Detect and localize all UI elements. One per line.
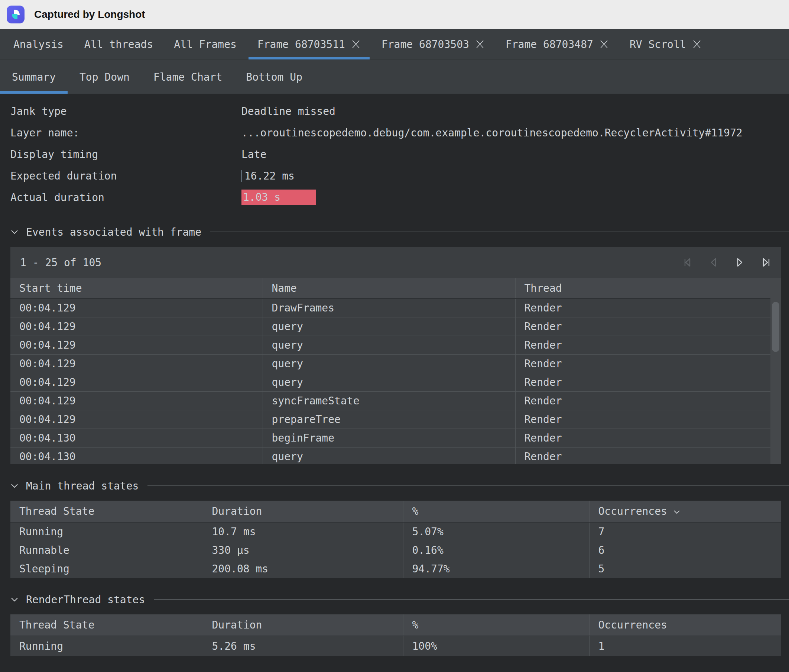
table-row[interactable]: 00:04.129 query Render: [10, 317, 770, 336]
render-thread-states-panel: Thread State Duration % Occurrences Runn…: [10, 614, 781, 656]
cell-start-time: 00:04.129: [10, 373, 263, 391]
layer-name-value: ...oroutinescopedemo.debug/com.example.c…: [241, 127, 743, 139]
section-rule: [147, 485, 789, 486]
column-header-occurrences[interactable]: Occurrences: [589, 501, 781, 522]
column-header-thread-state[interactable]: Thread State: [10, 501, 203, 522]
cell-occurrences: 6: [589, 541, 781, 559]
cell-thread: Render: [515, 447, 770, 464]
table-row[interactable]: 00:04.129 query Render: [10, 354, 770, 373]
column-header-name[interactable]: Name: [263, 278, 515, 298]
section-rule: [154, 599, 789, 600]
table-row[interactable]: Sleeping 200.08 ms 94.77% 5: [10, 559, 781, 578]
cell-thread-state: Running: [10, 522, 203, 541]
analysis-tab-bar: Analysis All threads All Frames Frame 68…: [0, 29, 789, 59]
expected-duration-label: Expected duration: [10, 170, 241, 182]
tab-frame-68703487[interactable]: Frame 68703487: [495, 29, 619, 59]
last-page-icon[interactable]: [760, 257, 771, 268]
table-row[interactable]: 00:04.130 query Render: [10, 447, 770, 464]
first-page-icon[interactable]: [682, 257, 693, 268]
cell-start-time: 00:04.129: [10, 336, 263, 354]
table-row[interactable]: 00:04.129 DrawFrames Render: [10, 298, 770, 317]
events-section-header[interactable]: Events associated with frame: [10, 224, 789, 239]
cell-duration: 10.7 ms: [203, 522, 403, 541]
tab-label: Frame 68703503: [382, 38, 469, 51]
cell-name: query: [263, 373, 515, 391]
cell-duration: 5.26 ms: [203, 636, 403, 656]
table-row[interactable]: 00:04.129 query Render: [10, 336, 770, 354]
column-header-percent[interactable]: %: [403, 501, 589, 522]
tab-top-down[interactable]: Top Down: [68, 60, 142, 94]
jank-type-label: Jank type: [10, 105, 241, 117]
actual-duration-label: Actual duration: [10, 191, 241, 204]
table-row[interactable]: 00:04.130 beginFrame Render: [10, 429, 770, 447]
cell-start-time: 00:04.129: [10, 410, 263, 429]
scrollbar-thumb[interactable]: [772, 302, 779, 352]
table-row[interactable]: 00:04.129 query Render: [10, 373, 770, 391]
chevron-down-icon[interactable]: [10, 483, 19, 489]
cell-name: syncFrameState: [263, 391, 515, 410]
tab-analysis[interactable]: Analysis: [3, 29, 74, 59]
frame-summary: Jank type Deadline missed Layer name: ..…: [0, 94, 789, 210]
cell-name: query: [263, 317, 515, 336]
tab-frame-68703503[interactable]: Frame 68703503: [371, 29, 495, 59]
table-row[interactable]: Running 10.7 ms 5.07% 7: [10, 522, 781, 541]
vertical-scrollbar[interactable]: [770, 278, 781, 464]
chevron-down-icon[interactable]: [10, 597, 19, 603]
column-header-thread[interactable]: Thread: [515, 278, 770, 298]
table-row[interactable]: Runnable 330 µs 0.16% 6: [10, 541, 781, 559]
close-icon[interactable]: [692, 39, 702, 49]
next-page-icon[interactable]: [734, 257, 745, 268]
tab-label: All Frames: [174, 38, 236, 51]
main-thread-states-header[interactable]: Main thread states: [10, 478, 789, 493]
summary-row-actual-duration: Actual duration 1.03 s: [10, 187, 789, 208]
tab-summary[interactable]: Summary: [0, 60, 68, 94]
close-icon[interactable]: [599, 39, 609, 49]
display-timing-value: Late: [241, 148, 266, 160]
table-row[interactable]: 00:04.129 prepareTree Render: [10, 410, 770, 429]
render-thread-states-header[interactable]: RenderThread states: [10, 592, 789, 607]
column-header-thread-state[interactable]: Thread State: [10, 614, 203, 636]
tab-flame-chart[interactable]: Flame Chart: [142, 60, 234, 94]
previous-page-icon[interactable]: [708, 257, 719, 268]
cell-thread: Render: [515, 298, 770, 317]
column-header-occurrences[interactable]: Occurrences: [589, 614, 781, 636]
cell-start-time: 00:04.129: [10, 354, 263, 373]
cell-occurrences: 1: [589, 636, 781, 656]
cell-thread: Render: [515, 373, 770, 391]
cell-name: query: [263, 447, 515, 464]
subtab-label: Top Down: [80, 71, 129, 83]
column-header-duration[interactable]: Duration: [203, 501, 403, 522]
tab-rv-scroll[interactable]: RV Scroll: [619, 29, 712, 59]
tab-label: All threads: [84, 38, 153, 51]
sort-chevron-down-icon: [673, 505, 680, 517]
chevron-down-icon[interactable]: [10, 229, 19, 235]
states-header-row: Thread State Duration % Occurrences: [10, 614, 781, 636]
tab-all-frames[interactable]: All Frames: [163, 29, 247, 59]
table-row[interactable]: Running 5.26 ms 100% 1: [10, 636, 781, 656]
cell-name: prepareTree: [263, 410, 515, 429]
cell-start-time: 00:04.130: [10, 429, 263, 447]
events-table: Start time Name Thread 00:04.129 DrawFra…: [10, 278, 770, 464]
jank-type-value: Deadline missed: [241, 105, 335, 117]
tab-label: Frame 68703511: [257, 38, 345, 51]
column-header-percent[interactable]: %: [403, 614, 589, 636]
expected-duration-value: 16.22 ms: [241, 170, 295, 182]
column-header-duration[interactable]: Duration: [203, 614, 403, 636]
cell-percent: 5.07%: [403, 522, 589, 541]
close-icon[interactable]: [351, 39, 361, 49]
cell-name: query: [263, 336, 515, 354]
tab-frame-68703511[interactable]: Frame 68703511: [247, 29, 371, 59]
summary-row-display-timing: Display timing Late: [10, 144, 789, 165]
summary-row-jank-type: Jank type Deadline missed: [10, 100, 789, 122]
tab-all-threads[interactable]: All threads: [74, 29, 163, 59]
capture-banner: Captured by Longshot: [0, 0, 789, 29]
layer-name-label: Layer name:: [10, 127, 241, 139]
column-header-start-time[interactable]: Start time: [10, 278, 263, 298]
close-icon[interactable]: [475, 39, 485, 49]
render-thread-states-title: RenderThread states: [26, 594, 145, 606]
cell-percent: 100%: [403, 636, 589, 656]
tab-bottom-up[interactable]: Bottom Up: [234, 60, 314, 94]
table-row[interactable]: 00:04.129 syncFrameState Render: [10, 391, 770, 410]
cell-thread: Render: [515, 336, 770, 354]
cell-occurrences: 7: [589, 522, 781, 541]
